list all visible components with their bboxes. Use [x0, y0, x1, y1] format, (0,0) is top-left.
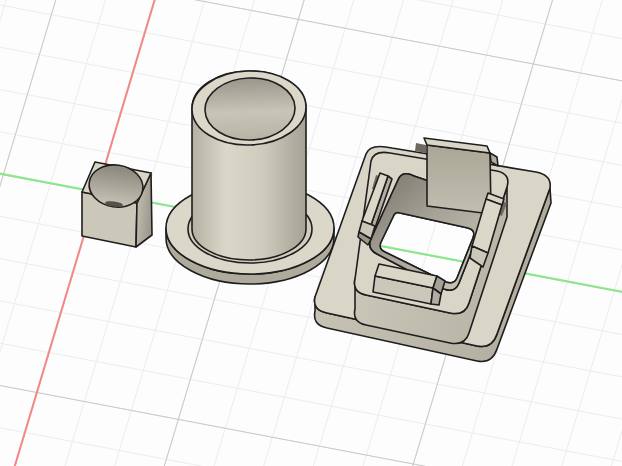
models-layer [0, 0, 622, 466]
cad-viewport[interactable] [0, 0, 622, 466]
part-clip-mount-plate[interactable] [315, 138, 552, 362]
part-cube-with-bore[interactable] [82, 161, 152, 247]
part-flanged-tube[interactable] [166, 69, 334, 284]
back-tab-face [427, 145, 491, 214]
